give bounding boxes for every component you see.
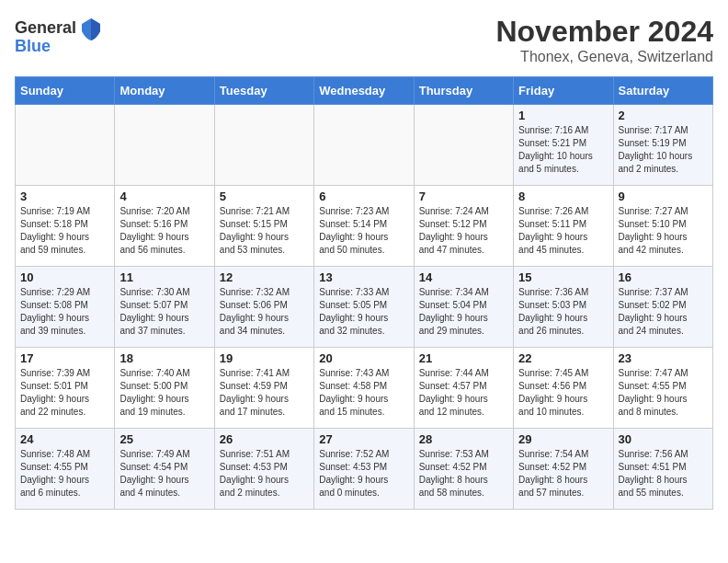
day-info: Sunrise: 7:39 AM Sunset: 5:01 PM Dayligh… bbox=[20, 367, 109, 419]
weekday-header-thursday: Thursday bbox=[414, 77, 513, 105]
weekday-header-saturday: Saturday bbox=[613, 77, 712, 105]
calendar-week-row: 10Sunrise: 7:29 AM Sunset: 5:08 PM Dayli… bbox=[16, 267, 713, 348]
weekday-header-friday: Friday bbox=[514, 77, 613, 105]
day-number: 7 bbox=[419, 190, 508, 203]
calendar-cell: 6Sunrise: 7:23 AM Sunset: 5:14 PM Daylig… bbox=[314, 186, 414, 267]
day-info: Sunrise: 7:21 AM Sunset: 5:15 PM Dayligh… bbox=[220, 205, 309, 257]
calendar-cell: 16Sunrise: 7:37 AM Sunset: 5:02 PM Dayli… bbox=[613, 267, 712, 348]
day-info: Sunrise: 7:23 AM Sunset: 5:14 PM Dayligh… bbox=[319, 205, 408, 257]
day-info: Sunrise: 7:54 AM Sunset: 4:52 PM Dayligh… bbox=[518, 448, 608, 500]
title-block: November 2024 Thonex, Geneva, Switzerlan… bbox=[495, 15, 713, 65]
logo-text-general: General bbox=[15, 18, 76, 38]
day-number: 1 bbox=[518, 109, 608, 122]
month-title: November 2024 bbox=[495, 15, 713, 49]
day-number: 17 bbox=[20, 351, 109, 365]
day-number: 29 bbox=[518, 432, 608, 446]
day-info: Sunrise: 7:49 AM Sunset: 4:54 PM Dayligh… bbox=[119, 448, 209, 500]
day-number: 21 bbox=[419, 351, 508, 365]
day-number: 10 bbox=[20, 270, 109, 284]
calendar-cell: 20Sunrise: 7:43 AM Sunset: 4:58 PM Dayli… bbox=[314, 348, 414, 429]
calendar-cell bbox=[414, 105, 513, 186]
day-number: 25 bbox=[119, 432, 209, 446]
day-info: Sunrise: 7:56 AM Sunset: 4:51 PM Dayligh… bbox=[619, 448, 708, 500]
calendar-cell: 27Sunrise: 7:52 AM Sunset: 4:53 PM Dayli… bbox=[314, 429, 414, 510]
day-info: Sunrise: 7:44 AM Sunset: 4:57 PM Dayligh… bbox=[419, 367, 508, 419]
calendar-cell: 9Sunrise: 7:27 AM Sunset: 5:10 PM Daylig… bbox=[613, 186, 712, 267]
day-info: Sunrise: 7:20 AM Sunset: 5:16 PM Dayligh… bbox=[119, 205, 209, 257]
day-info: Sunrise: 7:19 AM Sunset: 5:18 PM Dayligh… bbox=[20, 205, 109, 257]
day-number: 18 bbox=[119, 351, 209, 365]
calendar-cell: 26Sunrise: 7:51 AM Sunset: 4:53 PM Dayli… bbox=[214, 429, 313, 510]
day-info: Sunrise: 7:51 AM Sunset: 4:53 PM Dayligh… bbox=[220, 448, 309, 500]
weekday-header-tuesday: Tuesday bbox=[214, 77, 313, 105]
day-number: 23 bbox=[619, 351, 708, 365]
weekday-header-sunday: Sunday bbox=[16, 77, 115, 105]
day-number: 3 bbox=[20, 190, 109, 203]
calendar-cell: 30Sunrise: 7:56 AM Sunset: 4:51 PM Dayli… bbox=[613, 429, 712, 510]
calendar-cell bbox=[115, 105, 214, 186]
calendar-cell: 11Sunrise: 7:30 AM Sunset: 5:07 PM Dayli… bbox=[115, 267, 214, 348]
calendar-cell: 13Sunrise: 7:33 AM Sunset: 5:05 PM Dayli… bbox=[314, 267, 414, 348]
calendar-cell: 25Sunrise: 7:49 AM Sunset: 4:54 PM Dayli… bbox=[115, 429, 214, 510]
day-number: 15 bbox=[518, 270, 608, 284]
logo: General Blue bbox=[15, 15, 104, 56]
calendar-cell: 18Sunrise: 7:40 AM Sunset: 5:00 PM Dayli… bbox=[115, 348, 214, 429]
calendar-table: SundayMondayTuesdayWednesdayThursdayFrid… bbox=[15, 76, 713, 510]
calendar-cell: 21Sunrise: 7:44 AM Sunset: 4:57 PM Dayli… bbox=[414, 348, 513, 429]
calendar-cell: 10Sunrise: 7:29 AM Sunset: 5:08 PM Dayli… bbox=[16, 267, 115, 348]
weekday-header-wednesday: Wednesday bbox=[314, 77, 414, 105]
day-info: Sunrise: 7:52 AM Sunset: 4:53 PM Dayligh… bbox=[319, 448, 408, 500]
calendar-week-row: 24Sunrise: 7:48 AM Sunset: 4:55 PM Dayli… bbox=[16, 429, 713, 510]
day-number: 14 bbox=[419, 270, 508, 284]
day-info: Sunrise: 7:53 AM Sunset: 4:52 PM Dayligh… bbox=[419, 448, 508, 500]
location-title: Thonex, Geneva, Switzerland bbox=[495, 49, 713, 65]
day-number: 11 bbox=[119, 270, 209, 284]
day-number: 8 bbox=[518, 190, 608, 203]
calendar-cell: 5Sunrise: 7:21 AM Sunset: 5:15 PM Daylig… bbox=[214, 186, 313, 267]
day-info: Sunrise: 7:45 AM Sunset: 4:56 PM Dayligh… bbox=[518, 367, 608, 419]
day-info: Sunrise: 7:40 AM Sunset: 5:00 PM Dayligh… bbox=[119, 367, 209, 419]
logo-icon bbox=[78, 15, 104, 40]
day-number: 9 bbox=[619, 190, 708, 203]
calendar-cell: 2Sunrise: 7:17 AM Sunset: 5:19 PM Daylig… bbox=[613, 105, 712, 186]
calendar-cell: 24Sunrise: 7:48 AM Sunset: 4:55 PM Dayli… bbox=[16, 429, 115, 510]
calendar-cell: 3Sunrise: 7:19 AM Sunset: 5:18 PM Daylig… bbox=[16, 186, 115, 267]
day-number: 22 bbox=[518, 351, 608, 365]
day-number: 27 bbox=[319, 432, 408, 446]
day-info: Sunrise: 7:37 AM Sunset: 5:02 PM Dayligh… bbox=[619, 286, 708, 338]
day-number: 28 bbox=[419, 432, 508, 446]
day-info: Sunrise: 7:32 AM Sunset: 5:06 PM Dayligh… bbox=[220, 286, 309, 338]
calendar-week-row: 17Sunrise: 7:39 AM Sunset: 5:01 PM Dayli… bbox=[16, 348, 713, 429]
calendar-cell: 17Sunrise: 7:39 AM Sunset: 5:01 PM Dayli… bbox=[16, 348, 115, 429]
day-info: Sunrise: 7:36 AM Sunset: 5:03 PM Dayligh… bbox=[518, 286, 608, 338]
calendar-cell: 22Sunrise: 7:45 AM Sunset: 4:56 PM Dayli… bbox=[514, 348, 613, 429]
day-info: Sunrise: 7:24 AM Sunset: 5:12 PM Dayligh… bbox=[419, 205, 508, 257]
day-number: 13 bbox=[319, 270, 408, 284]
calendar-cell: 29Sunrise: 7:54 AM Sunset: 4:52 PM Dayli… bbox=[514, 429, 613, 510]
day-info: Sunrise: 7:30 AM Sunset: 5:07 PM Dayligh… bbox=[119, 286, 209, 338]
weekday-header-monday: Monday bbox=[115, 77, 214, 105]
day-info: Sunrise: 7:34 AM Sunset: 5:04 PM Dayligh… bbox=[419, 286, 508, 338]
day-number: 12 bbox=[220, 270, 309, 284]
calendar-cell bbox=[16, 105, 115, 186]
calendar-cell: 8Sunrise: 7:26 AM Sunset: 5:11 PM Daylig… bbox=[514, 186, 613, 267]
day-info: Sunrise: 7:41 AM Sunset: 4:59 PM Dayligh… bbox=[220, 367, 309, 419]
day-info: Sunrise: 7:47 AM Sunset: 4:55 PM Dayligh… bbox=[619, 367, 708, 419]
day-info: Sunrise: 7:33 AM Sunset: 5:05 PM Dayligh… bbox=[319, 286, 408, 338]
calendar-week-row: 3Sunrise: 7:19 AM Sunset: 5:18 PM Daylig… bbox=[16, 186, 713, 267]
day-number: 24 bbox=[20, 432, 109, 446]
calendar-cell bbox=[214, 105, 313, 186]
calendar-cell: 19Sunrise: 7:41 AM Sunset: 4:59 PM Dayli… bbox=[214, 348, 313, 429]
calendar-cell: 15Sunrise: 7:36 AM Sunset: 5:03 PM Dayli… bbox=[514, 267, 613, 348]
day-info: Sunrise: 7:27 AM Sunset: 5:10 PM Dayligh… bbox=[619, 205, 708, 257]
day-info: Sunrise: 7:43 AM Sunset: 4:58 PM Dayligh… bbox=[319, 367, 408, 419]
day-number: 4 bbox=[119, 190, 209, 203]
weekday-header-row: SundayMondayTuesdayWednesdayThursdayFrid… bbox=[16, 77, 713, 105]
calendar-cell: 7Sunrise: 7:24 AM Sunset: 5:12 PM Daylig… bbox=[414, 186, 513, 267]
calendar-cell: 28Sunrise: 7:53 AM Sunset: 4:52 PM Dayli… bbox=[414, 429, 513, 510]
calendar-cell bbox=[314, 105, 414, 186]
day-number: 6 bbox=[319, 190, 408, 203]
day-number: 30 bbox=[619, 432, 708, 446]
day-number: 19 bbox=[220, 351, 309, 365]
day-info: Sunrise: 7:26 AM Sunset: 5:11 PM Dayligh… bbox=[518, 205, 608, 257]
